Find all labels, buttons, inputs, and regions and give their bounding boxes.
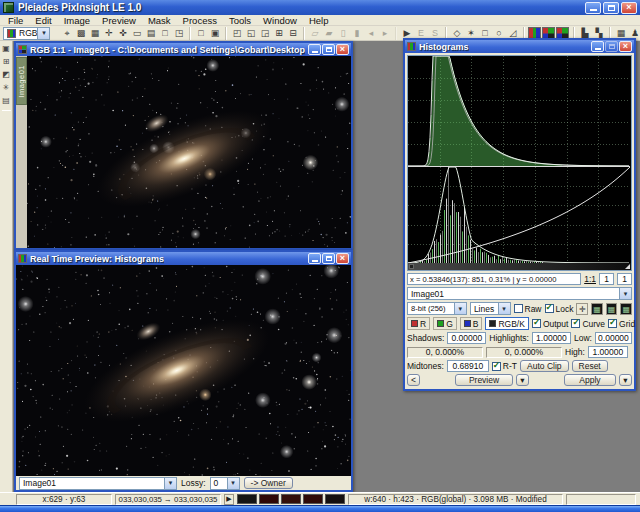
- new-image-icon[interactable]: □: [158, 27, 171, 40]
- arrange-icons-icon[interactable]: ⊟: [286, 27, 299, 40]
- zoom-y-field[interactable]: 1: [617, 273, 632, 285]
- histogram-image-select[interactable]: Image01 ▾: [407, 287, 632, 300]
- dynamic-crop-icon[interactable]: ▤: [144, 27, 157, 40]
- preview-button[interactable]: Preview: [455, 374, 513, 386]
- histograms-minimize-button[interactable]: [591, 41, 604, 52]
- fit-window-icon[interactable]: ▣: [208, 27, 221, 40]
- to-owner-button[interactable]: -> Owner: [244, 477, 293, 489]
- menu-help[interactable]: Help: [303, 15, 335, 26]
- grid-medium-icon[interactable]: ▦: [606, 303, 618, 315]
- preview-window-titlebar[interactable]: Real Time Preview: Histograms ×: [16, 252, 351, 265]
- apply-options-icon[interactable]: ▾: [619, 374, 632, 386]
- style-select[interactable]: Lines ▾: [470, 302, 511, 315]
- process-explorer-icon[interactable]: ⊞: [1, 56, 12, 67]
- zoom-1-1-icon[interactable]: ▩: [74, 27, 87, 40]
- raw-checkbox[interactable]: Raw: [514, 304, 542, 314]
- close-button[interactable]: ×: [621, 2, 637, 14]
- image-maximize-button[interactable]: [322, 44, 335, 55]
- readout-expand-arrow-icon[interactable]: ▶: [224, 494, 234, 505]
- image-close-button[interactable]: ×: [336, 44, 349, 55]
- output-checkbox[interactable]: Output: [532, 319, 569, 329]
- histogram-range-slider[interactable]: [408, 263, 631, 270]
- histogram-window-icon[interactable]: ◩: [1, 69, 12, 80]
- crop-icon[interactable]: ▭: [130, 27, 143, 40]
- channel-g-button[interactable]: G: [433, 317, 457, 330]
- monitor-icon[interactable]: ▤: [1, 95, 12, 106]
- zoom-ratio-label[interactable]: 1:1: [584, 274, 596, 284]
- image-minimize-button[interactable]: [308, 44, 321, 55]
- menu-mask[interactable]: Mask: [142, 15, 177, 26]
- tab-image01[interactable]: Image01: [16, 57, 27, 105]
- star-mask-icon[interactable]: ✳: [1, 82, 12, 93]
- chevron-down-icon[interactable]: ▾: [164, 478, 176, 489]
- lock-checkbox[interactable]: Lock: [545, 304, 574, 314]
- channel-rgb-k-button[interactable]: RGB/K: [485, 317, 528, 330]
- cut-icon[interactable]: ▱: [308, 27, 321, 40]
- rt-checkbox[interactable]: R-T: [492, 361, 517, 371]
- apply-button[interactable]: Apply: [564, 374, 616, 386]
- menu-preview[interactable]: Preview: [96, 15, 142, 26]
- grid-large-icon[interactable]: ▦: [620, 303, 632, 315]
- resolution-select[interactable]: 8-bit (256) ▾: [407, 302, 467, 315]
- input-histogram-canvas[interactable]: [408, 56, 630, 166]
- menu-edit[interactable]: Edit: [29, 15, 57, 26]
- chevron-down-icon[interactable]: ▾: [619, 288, 631, 299]
- preview-maximize-button[interactable]: [322, 253, 335, 264]
- preview-minimize-button[interactable]: [308, 253, 321, 264]
- highlights-field[interactable]: 1.00000: [532, 332, 571, 344]
- new-window-icon[interactable]: □: [194, 27, 207, 40]
- reset-button[interactable]: Reset: [572, 360, 608, 372]
- preview-close-button[interactable]: ×: [336, 253, 349, 264]
- cascade-windows-icon[interactable]: ⊞: [272, 27, 285, 40]
- histograms-titlebar[interactable]: Histograms ×: [405, 40, 634, 53]
- grid-checkbox[interactable]: Grid: [608, 319, 635, 329]
- channel-mode-select[interactable]: RGB ▾: [3, 27, 50, 40]
- menu-window[interactable]: Window: [257, 15, 303, 26]
- channel-r-button[interactable]: R: [407, 317, 430, 330]
- workspace-icon[interactable]: ▣: [1, 43, 12, 54]
- paste-new-image-icon[interactable]: ▮: [350, 27, 363, 40]
- zoom-x-field[interactable]: 1: [599, 273, 614, 285]
- low-field[interactable]: 0.00000: [595, 332, 632, 344]
- shadows-field[interactable]: 0.00000: [447, 332, 486, 344]
- grid-small-icon[interactable]: ▦: [591, 303, 603, 315]
- chevron-down-icon[interactable]: ▾: [454, 303, 466, 314]
- menu-image[interactable]: Image: [58, 15, 96, 26]
- minimize-button[interactable]: [585, 2, 601, 14]
- tile-vertical-icon[interactable]: ◲: [258, 27, 271, 40]
- preview-canvas[interactable]: [16, 265, 351, 476]
- zoom-fit-icon[interactable]: ▦: [88, 27, 101, 40]
- chevron-down-icon[interactable]: ▾: [227, 478, 239, 489]
- slider-left-handle[interactable]: [409, 264, 414, 269]
- histograms-shade-button[interactable]: [605, 41, 618, 52]
- tile-horizontal-icon[interactable]: ◱: [244, 27, 257, 40]
- high-field[interactable]: 1.00000: [588, 346, 628, 358]
- restore-button[interactable]: [603, 2, 619, 14]
- histograms-close-button[interactable]: ×: [619, 41, 632, 52]
- midtones-field[interactable]: 0.68910: [447, 360, 489, 372]
- reticle-icon[interactable]: ✛: [576, 303, 588, 315]
- output-histogram-canvas[interactable]: [408, 166, 630, 263]
- chevron-down-icon[interactable]: ▾: [37, 28, 49, 39]
- pan-icon[interactable]: ✛: [102, 27, 115, 40]
- center-image-icon[interactable]: ✜: [116, 27, 129, 40]
- channel-b-button[interactable]: B: [460, 317, 483, 330]
- preview-options-icon[interactable]: ▾: [516, 374, 529, 386]
- image-canvas[interactable]: [27, 56, 351, 248]
- auto-clip-button[interactable]: Auto Clip: [520, 360, 569, 372]
- redo-icon[interactable]: ▸: [378, 27, 391, 40]
- duplicate-view-icon[interactable]: ◳: [172, 27, 185, 40]
- menu-tools[interactable]: Tools: [223, 15, 257, 26]
- lossy-select[interactable]: 0 ▾: [210, 477, 240, 490]
- menu-file[interactable]: File: [2, 15, 29, 26]
- paste-icon[interactable]: ▯: [336, 27, 349, 40]
- menu-process[interactable]: Process: [177, 15, 223, 26]
- copy-icon[interactable]: ▰: [322, 27, 335, 40]
- preview-image-select[interactable]: Image01 ▾: [19, 477, 177, 490]
- slider-right-handle[interactable]: [625, 264, 630, 269]
- collapse-button[interactable]: <: [407, 374, 420, 386]
- track-view-icon[interactable]: ⌖: [60, 27, 73, 40]
- curve-checkbox[interactable]: Curve: [571, 319, 605, 329]
- undo-icon[interactable]: ◂: [364, 27, 377, 40]
- tile-windows-icon[interactable]: ◰: [230, 27, 243, 40]
